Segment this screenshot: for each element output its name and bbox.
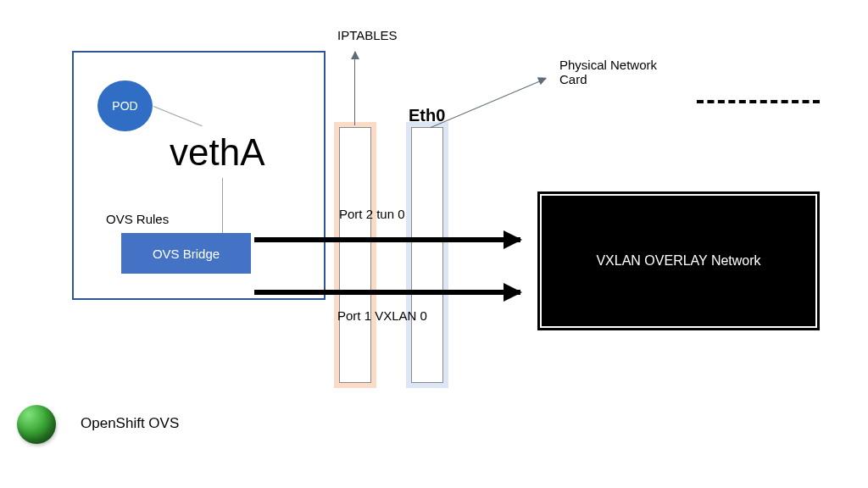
diagram-canvas: POD vethA OVS Rules OVS Bridge IPTABLES … (0, 0, 868, 488)
ovs-bridge-box: OVS Bridge (121, 233, 251, 274)
physical-network-card-icon (697, 100, 820, 103)
port1-vxlan0-label: Port 1 VXLAN 0 (337, 308, 427, 323)
arrow-ovs-to-vxlan-upper (254, 237, 520, 242)
vetha-label: vethA (170, 131, 265, 174)
physical-network-card-label: Physical Network Card (559, 58, 657, 87)
tun0-interface (339, 127, 371, 383)
connector-vetha-to-bridge (222, 178, 223, 233)
arrow-eth0-to-phys-card (431, 78, 547, 128)
arrow-ovs-to-vxlan-lower (254, 290, 520, 295)
vxlan-overlay-label: VXLAN OVERLAY Network (596, 253, 760, 269)
eth0-interface (411, 127, 443, 383)
ovs-bridge-label: OVS Bridge (153, 247, 220, 261)
pod-label: POD (112, 99, 137, 113)
sphere-icon (17, 405, 56, 444)
vxlan-overlay-network-box: VXLAN OVERLAY Network (537, 191, 820, 330)
port2-tun0-label: Port 2 tun 0 (339, 207, 405, 221)
diagram-title: OpenShift OVS (81, 415, 179, 432)
pod-circle: POD (97, 80, 153, 131)
iptables-label: IPTABLES (337, 28, 398, 42)
arrow-tun0-to-iptables (354, 52, 355, 125)
ovs-rules-label: OVS Rules (106, 212, 169, 226)
